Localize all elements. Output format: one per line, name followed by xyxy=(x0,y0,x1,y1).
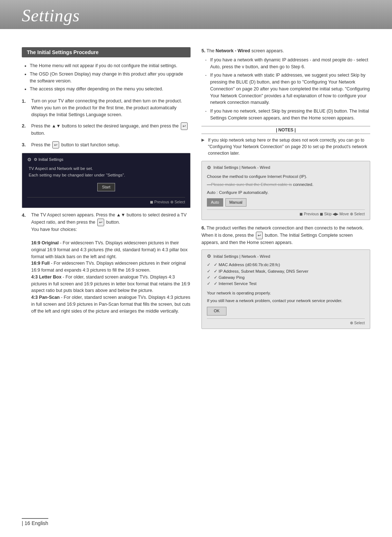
tv-screen-3-title-text: Initial Settings | Network - Wired xyxy=(213,254,270,259)
tv-screen-1-title: ⚙ ⚙ Initial Settings xyxy=(27,157,185,162)
tv-screen-2-line1: Choose the method to configure Internet … xyxy=(207,173,365,180)
page: Settings The Initial Settings Procedure … xyxy=(0,0,392,537)
step-4-choices: 16:9 Original - For widescreen TVs. Disp… xyxy=(31,240,191,314)
checkmark-2: ✓ xyxy=(207,268,211,274)
choice-1-label: 16:9 Original xyxy=(31,240,59,245)
tv-screen-3: ⚙ Initial Settings | Network - Wired ✓✓ … xyxy=(201,249,370,329)
notes-header: | NOTES | xyxy=(201,126,370,134)
step-5-sub-1: If you have a network with dynamic IP ad… xyxy=(205,57,370,70)
tv-screen-2-body: Choose the method to configure Internet … xyxy=(207,173,365,207)
step-5-subbullets: If you have a network with dynamic IP ad… xyxy=(201,57,370,122)
tv-screen-2-title-text: Initial Settings | Network - Wired xyxy=(213,165,270,170)
tv-screen-2: ⚙ Initial Settings | Network - Wired Cho… xyxy=(201,161,370,220)
manual-button[interactable]: Manual xyxy=(225,198,246,207)
checkmark-3: ✓ xyxy=(207,274,211,281)
choice-2-label: 16:9 Full xyxy=(31,261,50,266)
check-text-4: ✓ Internet Service Test xyxy=(214,281,257,287)
tv-start-button[interactable]: Start xyxy=(97,183,115,192)
gear-icon-1: ⚙ xyxy=(27,157,32,162)
button-icon-4: ↩ xyxy=(97,219,104,226)
header-bar: Settings xyxy=(0,0,392,29)
step-1: 1. Turn on your TV after connecting the … xyxy=(22,98,191,118)
content-area: The Initial Settings Procedure The Home … xyxy=(22,47,370,333)
network-wired-label: Network - Wired xyxy=(216,48,250,53)
gear-icon-3: ⚙ xyxy=(207,253,211,259)
tv-screen-1-line1: TV Aspect and Network will be set. xyxy=(29,165,184,172)
button-icon-6: ↩ xyxy=(256,232,263,239)
check-item-4: ✓✓ Internet Service Test xyxy=(207,281,365,287)
note-item-1: ▶ If you skip network setup here or the … xyxy=(201,137,370,156)
network-ok-line2: If you still have a network problem, con… xyxy=(207,297,365,304)
step-4-content: The TV Aspect screen appears. Press the … xyxy=(31,212,191,314)
check-text-2: ✓ IP Address, Subnet Mask, Gateway, DNS … xyxy=(214,268,309,274)
step-4: 4. The TV Aspect screen appears. Press t… xyxy=(22,212,191,314)
tv-screen-1-body: TV Aspect and Network will be set. Each … xyxy=(27,165,185,194)
step-2-text: Press the ▲▼ buttons to select the desir… xyxy=(31,122,191,137)
step-4-text: The TV Aspect screen appears. Press the … xyxy=(31,212,187,224)
tv-screen-2-footer: ◼ Previous ◼ Skip ◀▶ Move ⊕ Select xyxy=(207,209,365,216)
step-6-num: 6. xyxy=(201,225,205,231)
check-text-3: ✓ Gateway Ping xyxy=(214,274,245,281)
page-footer: | 16 English xyxy=(22,518,48,526)
step-5-text: The Network - Wired screen appears. xyxy=(207,48,284,53)
bullet-2: The OSD (On Screen Display) may change i… xyxy=(30,71,191,85)
tv-screen-2-title: ⚙ Initial Settings | Network - Wired xyxy=(207,165,365,170)
gear-icon-2: ⚙ xyxy=(207,165,211,170)
choice-3-label: 4:3 Letter Box xyxy=(31,274,61,280)
step-5-num: 5. xyxy=(201,48,205,53)
network-ok-line1: Your network is operating properly. xyxy=(207,290,365,296)
choice-2-desc: - For widescreen TVs. Displays widescree… xyxy=(31,261,186,273)
step-3-num: 3. xyxy=(22,141,28,149)
check-item-1: ✓✓ MAC Address (d0:66:7b:dc:28:fc) xyxy=(207,262,365,268)
page-number: | 16 English xyxy=(22,520,48,526)
bullet-3: The access steps may differ depending on… xyxy=(30,86,191,93)
checkmark-1: ✓ xyxy=(207,262,211,268)
check-item-3: ✓✓ Gateway Ping xyxy=(207,274,365,281)
step-6-text: The product verifies the network connect… xyxy=(201,225,364,245)
tv-screen-3-btn-row: OK xyxy=(207,307,365,316)
ok-button[interactable]: OK xyxy=(207,307,226,316)
tv-screen-3-body: ✓✓ MAC Address (d0:66:7b:dc:28:fc) ✓✓ IP… xyxy=(207,262,365,315)
tv-screen-2-line2: —Please make sure that the Ethernet cabl… xyxy=(207,181,365,188)
check-text-1: ✓ MAC Address (d0:66:7b:dc:28:fc) xyxy=(214,262,280,268)
step-5-sub-3: If you have no network, select Skip by p… xyxy=(205,108,370,122)
step-6: 6. The product verifies the network conn… xyxy=(201,224,370,246)
button-icon-2: ↩ xyxy=(181,122,188,130)
tv-screen-1-btn-row: Start xyxy=(29,181,184,194)
tv-screen-1-line2: Each setting may be changed later under … xyxy=(29,172,184,178)
note-arrow-icon: ▶ xyxy=(201,137,206,156)
connected-text: connected. xyxy=(293,182,313,187)
notes-section: | NOTES | ▶ If you skip network setup he… xyxy=(201,126,370,156)
tv-screen-1: ⚙ ⚙ Initial Settings TV Aspect and Netwo… xyxy=(22,153,191,208)
left-column: The Initial Settings Procedure The Home … xyxy=(22,47,191,333)
step-2: 2. Press the ▲▼ buttons to select the de… xyxy=(22,122,191,137)
tv-screen-1-footer: ◼ Previous ⊕ Select xyxy=(27,197,185,204)
step-5-sub-2: If you have a network with static IP add… xyxy=(205,72,370,106)
step-2-num: 2. xyxy=(22,122,28,137)
strikethrough-text: —Please make sure that the Ethernet cabl… xyxy=(207,182,292,187)
checkmark-4: ✓ xyxy=(207,281,211,287)
right-column: 5. The Network - Wired screen appears. I… xyxy=(201,47,370,333)
auto-button[interactable]: Auto xyxy=(207,198,223,207)
bullet-1: The Home menu will not appear if you do … xyxy=(30,62,191,69)
button-icon-3: ↩ xyxy=(52,141,59,149)
tv-screen-3-footer: ⊕ Select xyxy=(207,318,365,325)
step-3: 3. Press the ↩ button to start function … xyxy=(22,141,191,149)
step-1-num: 1. xyxy=(22,98,28,118)
network-ok-text: Your network is operating properly. If y… xyxy=(207,290,365,304)
tv-screen-2-btn-row: Auto Manual xyxy=(207,198,365,207)
check-item-2: ✓✓ IP Address, Subnet Mask, Gateway, DNS… xyxy=(207,268,365,274)
note-text-1: If you skip network setup here or the se… xyxy=(208,137,370,156)
choice-4-label: 4:3 Pan-Scan xyxy=(31,295,60,300)
step-4-sub: You have four choices: xyxy=(31,227,77,232)
page-title: Settings xyxy=(22,5,80,25)
step-1-text: Turn on your TV after connecting the pro… xyxy=(31,98,191,118)
section-header: The Initial Settings Procedure xyxy=(22,47,191,57)
step-5-row: 5. The Network - Wired screen appears. I… xyxy=(201,47,370,122)
step-3-text: Press the ↩ button to start function set… xyxy=(31,141,191,149)
tv-screen-3-title: ⚙ Initial Settings | Network - Wired xyxy=(207,253,365,259)
tv-screen-2-line3: Auto : Configure IP automatically. xyxy=(207,189,365,196)
intro-bullets: The Home menu will not appear if you do … xyxy=(22,62,191,93)
step-4-num: 4. xyxy=(22,212,28,314)
